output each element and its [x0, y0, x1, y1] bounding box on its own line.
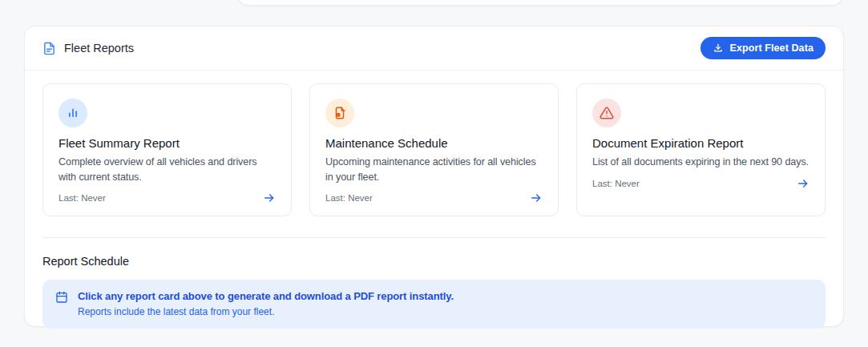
report-card-footer: Last: Never [59, 192, 276, 204]
alert-triangle-icon [600, 106, 614, 120]
banner-text: Click any report card above to generate … [78, 290, 454, 317]
export-button-label: Export Fleet Data [729, 42, 813, 54]
file-text-icon [42, 42, 56, 55]
report-card-title: Fleet Summary Report [59, 136, 276, 150]
report-schedule-info-banner: Click any report card above to generate … [42, 280, 826, 329]
panel-header: Fleet Reports Export Fleet Data [25, 26, 843, 71]
report-card-fleet-summary[interactable]: Fleet Summary Report Complete overview o… [42, 83, 292, 216]
panel-header-left: Fleet Reports [42, 42, 134, 55]
last-generated-label: Last: Never [59, 193, 106, 203]
fleet-reports-panel: Fleet Reports Export Fleet Data [24, 26, 844, 327]
report-cards-row: Fleet Summary Report Complete overview o… [42, 83, 826, 216]
report-card-title: Document Expiration Report [592, 136, 809, 150]
report-card-description: List of all documents expiring in the ne… [592, 155, 809, 170]
section-divider [42, 237, 826, 238]
fleet-reports-page: Fleet Reports Export Fleet Data [0, 0, 868, 347]
bar-chart-icon [66, 106, 80, 120]
panel-title: Fleet Reports [64, 42, 134, 54]
report-card-maintenance-schedule[interactable]: Maintenance Schedule Upcoming maintenanc… [309, 83, 559, 216]
report-card-footer: Last: Never [592, 177, 809, 190]
report-card-footer: Last: Never [325, 192, 543, 204]
banner-headline: Click any report card above to generate … [78, 290, 454, 302]
last-generated-label: Last: Never [325, 193, 373, 203]
export-fleet-data-button[interactable]: Export Fleet Data [700, 37, 826, 59]
arrow-right-icon[interactable] [797, 177, 809, 190]
report-icon-circle [592, 99, 621, 127]
download-icon [713, 42, 724, 54]
report-schedule-heading: Report Schedule [42, 255, 826, 268]
report-card-document-expiration[interactable]: Document Expiration Report List of all d… [576, 83, 826, 216]
report-card-description: Complete overview of all vehicles and dr… [59, 155, 276, 184]
calendar-icon [55, 291, 68, 304]
banner-subtext: Reports include the latest data from you… [78, 306, 454, 317]
previous-panel-edge [237, 0, 843, 6]
panel-body: Fleet Summary Report Complete overview o… [25, 71, 843, 345]
last-generated-label: Last: Never [592, 179, 640, 188]
arrow-right-icon[interactable] [530, 192, 543, 204]
file-cog-icon [333, 106, 347, 120]
report-card-title: Maintenance Schedule [325, 136, 543, 150]
report-card-description: Upcoming maintenance activities for all … [325, 155, 543, 184]
report-icon-circle [59, 99, 87, 127]
report-icon-circle [325, 99, 354, 127]
arrow-right-icon[interactable] [263, 192, 276, 204]
